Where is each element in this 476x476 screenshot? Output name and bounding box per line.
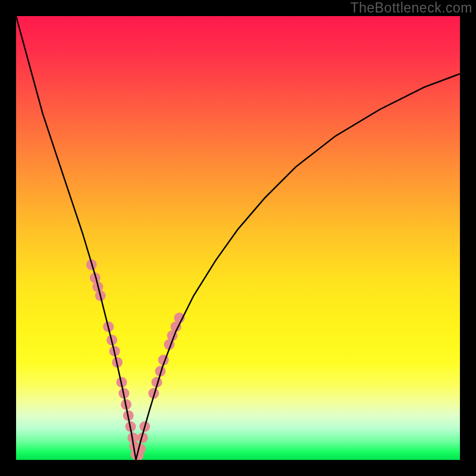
curve-layer [16,16,460,460]
marker-group [86,259,185,460]
bottleneck-curve [16,16,460,460]
watermark-text: TheBottleneck.com [350,0,472,16]
chart-frame: TheBottleneck.com [0,0,476,476]
plot-area [16,16,460,460]
